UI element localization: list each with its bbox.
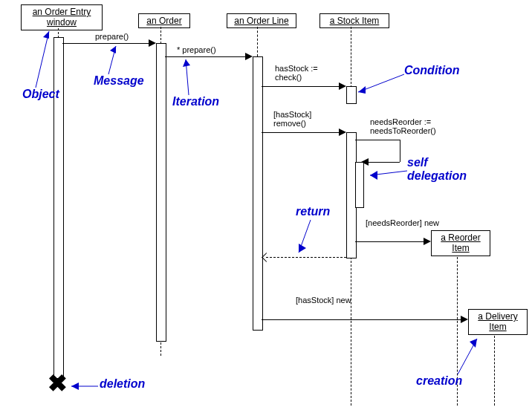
self-arrowhead xyxy=(361,158,369,166)
lifeline-delivery-item xyxy=(494,336,495,406)
participant-reorder-item: a Reorder Item xyxy=(431,230,490,256)
ann-condition-arrow xyxy=(355,74,407,95)
lifeline-stock-item-bot xyxy=(351,257,351,406)
arrowhead-return xyxy=(262,253,271,262)
ann-deletion-arrow xyxy=(68,382,101,391)
msg-remove: [hasStock] remove() xyxy=(273,110,311,128)
ann-self-arrow xyxy=(367,169,412,184)
ann-return: return xyxy=(296,205,330,218)
ann-object-arrow xyxy=(33,28,55,88)
arrowhead-prepare2 xyxy=(245,53,253,60)
svg-marker-3 xyxy=(110,46,116,53)
participant-order-line: an Order Line xyxy=(227,13,296,28)
arrow-new-delivery xyxy=(262,319,461,320)
activation-order-line xyxy=(253,56,263,331)
arrow-remove xyxy=(262,132,339,133)
arrow-prepare2 xyxy=(165,56,245,57)
arrowhead-check xyxy=(339,82,346,90)
svg-marker-1 xyxy=(43,31,49,39)
deletion-x-icon: ✖ xyxy=(48,371,68,395)
lifeline-stock-item-top xyxy=(351,27,351,88)
ann-return-arrow xyxy=(296,220,318,257)
participant-order-entry-window: an Order Entry window xyxy=(21,4,103,30)
arrow-check xyxy=(262,86,339,87)
participant-order: an Order xyxy=(138,13,190,28)
ann-message: Message xyxy=(94,74,144,88)
svg-marker-7 xyxy=(358,86,366,94)
sequence-diagram: an Order Entry window an Order an Order … xyxy=(0,0,532,410)
arrow-return xyxy=(266,257,346,258)
ann-self-delegation: self delegation xyxy=(407,156,467,183)
arrowhead-new-reorder xyxy=(424,238,431,245)
arrowhead-prepare1 xyxy=(149,39,156,47)
msg-prepare2: * prepare() xyxy=(177,45,216,54)
ann-iteration-arrow xyxy=(181,56,196,95)
arrow-new-reorder xyxy=(355,241,424,242)
svg-marker-11 xyxy=(299,244,306,253)
msg-new-reorder: [needsReorder] new xyxy=(366,218,439,227)
participant-delivery-item: a Delivery Item xyxy=(468,309,528,335)
svg-marker-5 xyxy=(183,59,190,67)
self-right xyxy=(400,140,400,162)
msg-check: hasStock := check() xyxy=(275,64,318,82)
ann-object: Object xyxy=(22,88,59,101)
ann-deletion: deletion xyxy=(100,377,145,391)
ann-message-arrow xyxy=(100,43,122,74)
participant-stock-item: a Stock Item xyxy=(319,13,389,28)
arrowhead-new-delivery xyxy=(461,316,468,323)
activation-order xyxy=(156,43,166,342)
arrowhead-remove xyxy=(339,128,346,136)
msg-prepare1: prepare() xyxy=(95,32,129,41)
self-top xyxy=(355,140,400,140)
self-bot xyxy=(364,162,400,163)
ann-creation-arrow xyxy=(455,336,484,377)
ann-condition: Condition xyxy=(404,64,460,77)
msg-needs-reorder: needsReorder := needsToReorder() xyxy=(370,117,436,135)
lifeline-order-line-top xyxy=(257,27,258,56)
activation-stock-self xyxy=(355,162,364,208)
ann-iteration: Iteration xyxy=(172,95,219,108)
svg-marker-13 xyxy=(71,383,79,390)
msg-new-delivery: [hasStock] new xyxy=(296,296,351,305)
svg-line-0 xyxy=(36,31,49,88)
svg-marker-9 xyxy=(370,171,377,180)
